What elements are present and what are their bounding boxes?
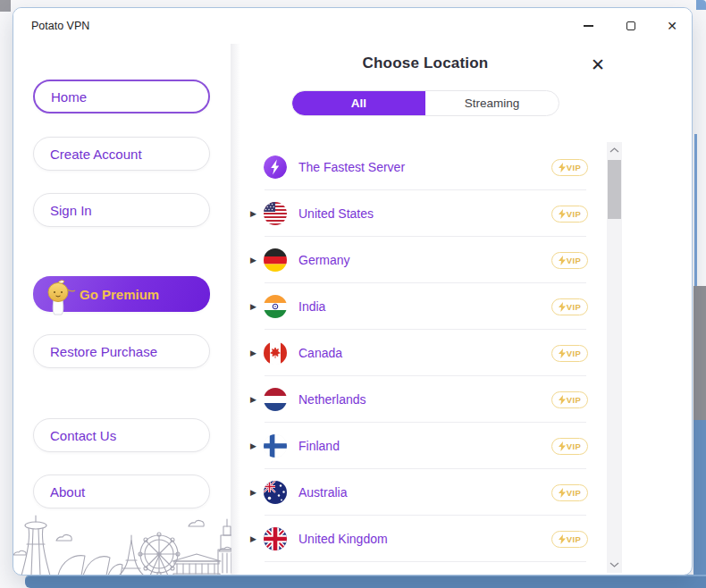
finland-flag-icon (264, 434, 287, 458)
about-button[interactable]: About (33, 475, 210, 508)
tab-bar: All Streaming (291, 90, 559, 116)
server-name: Netherlands (298, 392, 366, 407)
window-close-button[interactable]: ✕ (659, 15, 685, 37)
vip-bolt-icon (559, 349, 566, 358)
sidebar-item-create-account[interactable]: Create Account (33, 137, 210, 171)
server-row-united-kingdom[interactable]: ▶ United Kingdom VIP (239, 516, 604, 562)
vip-badge: VIP (551, 252, 588, 269)
close-icon: ✕ (591, 55, 605, 75)
expand-arrow-icon[interactable]: ▶ (250, 395, 261, 404)
vip-badge: VIP (551, 484, 588, 501)
background-window-fragment (694, 134, 697, 286)
background-window-fragment (693, 286, 706, 420)
tab-label: All (351, 97, 366, 110)
vip-bolt-icon (559, 163, 566, 172)
close-icon: ✕ (667, 20, 677, 32)
united-kingdom-flag-icon (264, 527, 287, 550)
expand-arrow-icon[interactable]: ▶ (250, 488, 261, 497)
scroll-up-button[interactable] (607, 143, 622, 157)
vip-bolt-icon (559, 395, 566, 405)
vip-bolt-icon (559, 256, 566, 265)
panel-title: Choose Location (251, 55, 600, 72)
vip-bolt-icon (559, 209, 566, 219)
vip-badge: VIP (551, 159, 588, 176)
background-window-fragment (0, 0, 11, 12)
maximize-icon (626, 21, 635, 30)
tab-streaming[interactable]: Streaming (425, 91, 559, 115)
window-title: Potato VPN (31, 20, 89, 32)
sidebar-item-home[interactable]: Home (33, 80, 210, 113)
scrollbar-thumb[interactable] (608, 160, 621, 219)
app-window: Potato VPN ✕ Home Create Account Sign In (13, 7, 693, 575)
server-name: India (298, 299, 325, 314)
united-states-flag-icon (264, 202, 287, 225)
server-name: United Kingdom (298, 532, 388, 546)
server-row-australia[interactable]: ▶ (239, 469, 604, 516)
scroll-down-button[interactable] (607, 558, 622, 572)
vip-bolt-icon (559, 441, 566, 451)
vip-bolt-icon (559, 302, 566, 312)
sidebar-item-label: About (50, 484, 85, 500)
expand-arrow-icon[interactable]: ▶ (250, 256, 261, 265)
maximize-button[interactable] (618, 15, 644, 37)
chevron-up-icon (609, 147, 619, 153)
india-flag-icon (264, 295, 287, 318)
germany-flag-icon (264, 248, 287, 272)
vip-badge: VIP (551, 391, 588, 408)
sidebar-item-label: Sign In (50, 203, 92, 218)
australia-flag-icon (264, 481, 287, 504)
server-name: Canada (298, 346, 342, 360)
server-name: United States (298, 206, 374, 221)
sidebar-item-sign-in[interactable]: Sign In (33, 193, 210, 227)
vip-bolt-icon (559, 488, 566, 498)
potato-mascot-icon (40, 278, 76, 322)
canada-flag-icon (264, 341, 287, 365)
tab-label: Streaming (465, 97, 520, 110)
server-row-fastest[interactable]: ▶ The Fastest Server VIP (239, 144, 604, 190)
vip-badge: VIP (551, 531, 588, 548)
expand-arrow-icon[interactable]: ▶ (250, 209, 261, 218)
vip-badge: VIP (551, 345, 588, 362)
city-skyline-illustration (13, 514, 231, 575)
vip-badge: VIP (551, 438, 588, 455)
go-premium-button[interactable]: Go Premium (33, 276, 210, 312)
minimize-icon (584, 25, 593, 27)
server-row-united-states[interactable]: ▶ United States VIP (239, 190, 604, 237)
contact-us-button[interactable]: Contact Us (33, 418, 210, 452)
minimize-button[interactable] (575, 15, 601, 37)
desktop: Potato VPN ✕ Home Create Account Sign In (0, 0, 706, 588)
sidebar-item-label: Home (51, 89, 87, 105)
restore-purchase-button[interactable]: Restore Purchase (33, 334, 210, 368)
sidebar-item-label: Create Account (50, 147, 142, 162)
sidebar-item-label: Restore Purchase (50, 344, 157, 359)
panel-close-button[interactable]: ✕ (588, 55, 608, 74)
server-list: ▶ The Fastest Server VIP ▶ (239, 144, 604, 575)
server-row-canada[interactable]: ▶ Canada VIP (239, 330, 604, 376)
background-window-fragment (693, 420, 706, 588)
server-row-germany[interactable]: ▶ Germany VIP (239, 237, 604, 283)
vip-bolt-icon (559, 534, 566, 544)
background-window-fragment (696, 0, 706, 10)
netherlands-flag-icon (264, 388, 287, 411)
background-window-fragment (25, 575, 706, 588)
vip-badge: VIP (551, 206, 588, 223)
server-row-india[interactable]: ▶ India VIP (239, 283, 604, 330)
server-name: The Fastest Server (298, 160, 405, 174)
server-name: Australia (298, 485, 347, 500)
server-name: Germany (298, 253, 350, 267)
titlebar[interactable]: Potato VPN ✕ (13, 8, 692, 44)
expand-arrow-icon[interactable]: ▶ (250, 349, 261, 357)
expand-arrow-icon[interactable]: ▶ (250, 302, 261, 311)
go-premium-label: Go Premium (80, 287, 159, 302)
server-row-netherlands[interactable]: ▶ Netherlands VIP (239, 376, 604, 423)
scrollbar[interactable] (607, 142, 622, 573)
vip-badge: VIP (551, 298, 588, 315)
sidebar-item-label: Contact Us (50, 428, 116, 443)
chevron-down-icon (609, 562, 619, 567)
expand-arrow-icon[interactable]: ▶ (250, 441, 261, 450)
server-name: Finland (298, 439, 340, 453)
expand-arrow-icon[interactable]: ▶ (250, 534, 261, 543)
server-row-finland[interactable]: ▶ Finland VIP (239, 423, 604, 469)
tab-all[interactable]: All (292, 91, 425, 115)
fastest-bolt-icon (264, 155, 287, 179)
